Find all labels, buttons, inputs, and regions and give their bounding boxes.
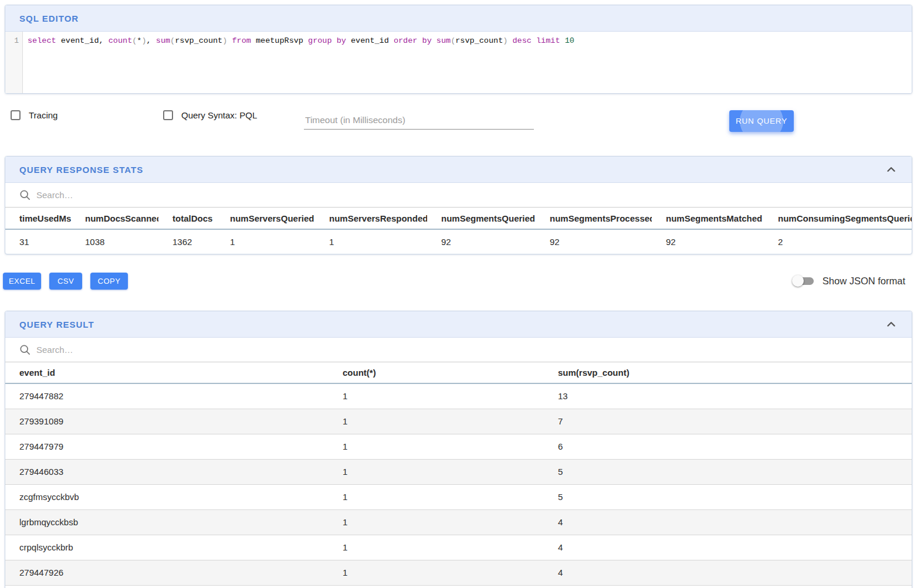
column-header[interactable]: numServersResponded bbox=[315, 208, 427, 229]
table-row[interactable]: 279447882113 bbox=[5, 383, 912, 409]
table-cell: 279447882 bbox=[5, 383, 329, 409]
run-query-label: RUN QUERY bbox=[736, 117, 787, 125]
table-cell: 92 bbox=[427, 229, 536, 254]
tracing-checkbox-group[interactable]: Tracing bbox=[11, 110, 57, 120]
stats-collapse-button[interactable] bbox=[885, 163, 898, 176]
column-header[interactable]: totalDocs bbox=[158, 208, 216, 229]
table-cell: 279446033 bbox=[5, 459, 329, 484]
result-header: QUERY RESULT bbox=[5, 311, 912, 338]
sql-token-plain bbox=[507, 36, 512, 45]
sql-token-keyword: from bbox=[232, 36, 251, 45]
column-header[interactable]: numSegmentsQueried bbox=[427, 208, 536, 229]
sql-token-keyword: select bbox=[28, 36, 56, 45]
table-cell: 1 bbox=[329, 409, 544, 434]
tracing-label: Tracing bbox=[29, 110, 57, 120]
table-cell: crpqlsycckbrb bbox=[5, 535, 329, 560]
table-cell: 1 bbox=[329, 560, 544, 585]
table-row[interactable]: 3110381362119292922 bbox=[5, 229, 912, 254]
stats-search-input[interactable] bbox=[36, 190, 898, 200]
table-cell: 5 bbox=[544, 484, 912, 509]
table-cell: 5 bbox=[544, 459, 912, 484]
sql-query-text[interactable]: select event_id, count(*), sum(rsvp_coun… bbox=[23, 32, 912, 93]
table-cell: 7 bbox=[544, 409, 912, 434]
result-title: QUERY RESULT bbox=[19, 320, 94, 329]
sql-token-plain: event_id, bbox=[56, 36, 109, 45]
export-row: EXCEL CSV COPY Show JSON format bbox=[3, 273, 912, 290]
table-cell: 6 bbox=[544, 434, 912, 459]
table-row[interactable]: 27944603315 bbox=[5, 459, 912, 484]
sql-token-number: 10 bbox=[565, 36, 574, 45]
sql-token-keyword: by bbox=[337, 36, 346, 45]
table-cell: 92 bbox=[536, 229, 652, 254]
table-cell: 1038 bbox=[71, 229, 158, 254]
table-cell: 1 bbox=[315, 229, 427, 254]
sql-editor-panel: SQL EDITOR 1 select event_id, count(*), … bbox=[5, 5, 912, 94]
sql-token-plain: event_id bbox=[346, 36, 394, 45]
search-icon bbox=[19, 344, 31, 355]
toggle-thumb[interactable] bbox=[792, 275, 804, 287]
search-icon bbox=[19, 189, 31, 200]
sql-token-plain bbox=[332, 36, 337, 45]
table-cell: 1 bbox=[329, 484, 544, 509]
query-result-table: event_idcount(*)sum(rsvp_count) 27944788… bbox=[5, 362, 912, 588]
query-response-stats-table: timeUsedMsnumDocsScannedtotalDocsnumServ… bbox=[5, 208, 912, 254]
sql-token-keyword: desc bbox=[513, 36, 532, 45]
show-json-toggle[interactable] bbox=[793, 277, 814, 285]
table-cell: 1 bbox=[329, 434, 544, 459]
csv-button[interactable]: CSV bbox=[49, 273, 82, 290]
column-header[interactable]: numSegmentsMatched bbox=[652, 208, 764, 229]
column-header[interactable]: numDocsScanned bbox=[71, 208, 158, 229]
table-row[interactable]: crpqlsycckbrb14 bbox=[5, 535, 912, 560]
table-row[interactable]: 27944797916 bbox=[5, 434, 912, 459]
sql-editor[interactable]: 1 select event_id, count(*), sum(rsvp_co… bbox=[5, 32, 912, 93]
table-cell: 1 bbox=[329, 459, 544, 484]
sql-token-paren: ) bbox=[141, 36, 146, 45]
result-search-bar bbox=[5, 338, 912, 362]
table-cell: 279446912 bbox=[5, 585, 329, 588]
copy-button[interactable]: COPY bbox=[90, 273, 128, 290]
stats-header-row: timeUsedMsnumDocsScannedtotalDocsnumServ… bbox=[5, 208, 912, 229]
tracing-checkbox[interactable] bbox=[11, 110, 21, 120]
sql-token-plain bbox=[432, 36, 436, 45]
column-header[interactable]: count(*) bbox=[329, 362, 544, 383]
pql-checkbox-group[interactable]: Query Syntax: PQL bbox=[163, 110, 257, 120]
sql-editor-header: SQL EDITOR bbox=[5, 5, 912, 32]
column-header[interactable]: numSegmentsProcessed bbox=[536, 208, 652, 229]
table-cell: 279447926 bbox=[5, 560, 329, 585]
table-row[interactable]: lgrbmqycckbsb14 bbox=[5, 509, 912, 535]
table-cell: 4 bbox=[544, 585, 912, 588]
stats-search-bar bbox=[5, 183, 912, 208]
timeout-input[interactable] bbox=[304, 111, 534, 130]
table-cell: 4 bbox=[544, 535, 912, 560]
table-row[interactable]: 27944792614 bbox=[5, 560, 912, 585]
result-collapse-button[interactable] bbox=[885, 318, 898, 331]
editor-line-number-gutter: 1 bbox=[5, 32, 23, 93]
result-search-input[interactable] bbox=[36, 345, 898, 355]
excel-button[interactable]: EXCEL bbox=[3, 273, 41, 290]
stats-header: QUERY RESPONSE STATS bbox=[5, 157, 912, 183]
column-header[interactable]: timeUsedMs bbox=[5, 208, 71, 229]
column-header[interactable]: event_id bbox=[5, 362, 329, 383]
pql-label: Query Syntax: PQL bbox=[181, 110, 257, 120]
table-row[interactable]: 27944691214 bbox=[5, 585, 912, 588]
table-cell: 1 bbox=[329, 535, 544, 560]
sql-token-keyword: order bbox=[394, 36, 418, 45]
sql-token-keyword: sum bbox=[156, 36, 170, 45]
run-query-button[interactable]: RUN QUERY bbox=[729, 110, 794, 132]
json-toggle-label: Show JSON format bbox=[823, 276, 905, 287]
table-cell: 1 bbox=[329, 509, 544, 535]
table-cell: 4 bbox=[544, 509, 912, 535]
table-cell: lgrbmqycckbsb bbox=[5, 509, 329, 535]
column-header[interactable]: numConsumingSegmentsQueried bbox=[764, 208, 912, 229]
column-header[interactable]: sum(rsvp_count) bbox=[544, 362, 912, 383]
table-row[interactable]: 27939108917 bbox=[5, 409, 912, 434]
sql-token-keyword: by bbox=[422, 36, 432, 45]
sql-token-paren: ( bbox=[170, 36, 175, 45]
table-cell: 1362 bbox=[158, 229, 216, 254]
sql-token-plain bbox=[532, 36, 536, 45]
sql-token-keyword: count bbox=[109, 36, 133, 45]
column-header[interactable]: numServersQueried bbox=[216, 208, 315, 229]
sql-token-plain: rsvp_count bbox=[455, 36, 503, 45]
pql-checkbox[interactable] bbox=[163, 110, 173, 120]
table-row[interactable]: zcgfmsycckbvb15 bbox=[5, 484, 912, 509]
